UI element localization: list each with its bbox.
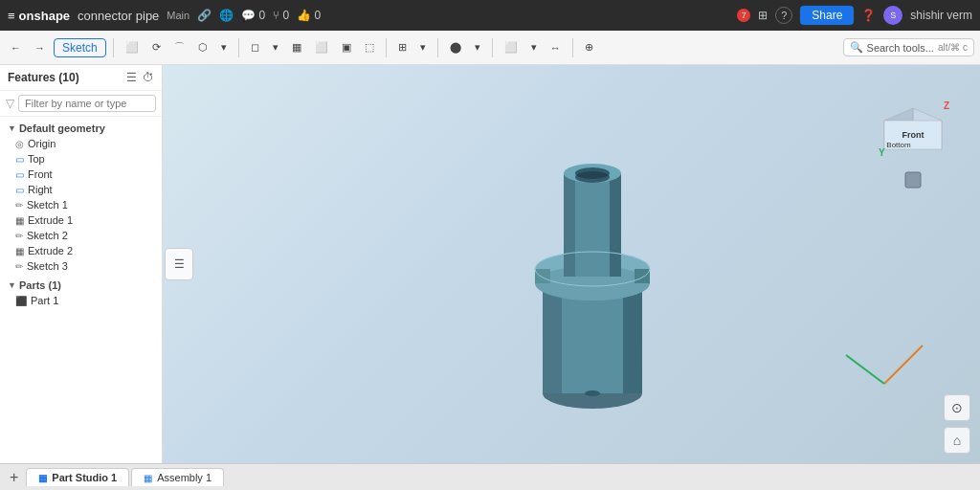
tree-section-label-default-geometry[interactable]: ▼ Default geometry [0, 121, 162, 136]
toolbar-icon-17[interactable]: ▾ [526, 38, 542, 56]
right-toolbar: ⊙ ⌂ [944, 394, 970, 454]
tree-section-parts: ▼ Parts (1) ⬛ Part 1 [0, 278, 162, 308]
tab-assembly[interactable]: ▦ Assembly 1 [131, 468, 224, 486]
filter-box: ▽ [0, 91, 162, 117]
grid-icon: ⊞ [758, 9, 768, 22]
mini-toolbar-list-icon[interactable]: ☰ [167, 253, 190, 276]
user-name: shishir verm [910, 9, 972, 22]
tree-item-sketch3[interactable]: ✏ Sketch 3 [0, 258, 162, 274]
right-label: Right [28, 184, 53, 195]
svg-point-14 [585, 390, 600, 396]
toolbar-icon-3[interactable]: ⌒ [169, 37, 189, 57]
globe-icon: 🌐 [219, 9, 234, 22]
toolbar-icon-8[interactable]: ▦ [287, 38, 306, 56]
search-icon: 🔍 [850, 41, 863, 54]
toolbar-icon-2[interactable]: ⟳ [147, 38, 166, 56]
sketch-icon-2: ✏ [15, 231, 23, 241]
part1-label: Part 1 [31, 295, 58, 306]
sketch1-label: Sketch 1 [27, 199, 68, 211]
tab-assembly-label: Assembly 1 [157, 472, 212, 483]
add-tab-button[interactable]: + [4, 469, 24, 486]
svg-rect-9 [564, 173, 575, 277]
tree-item-sketch2[interactable]: ✏ Sketch 2 [0, 228, 162, 243]
tree-item-front[interactable]: ▭ Front [0, 167, 162, 182]
sketch-button[interactable]: Sketch [54, 38, 106, 57]
search-shortcut: alt/⌘ c [938, 42, 968, 53]
redo-button[interactable]: → [30, 39, 50, 56]
fit-view-button[interactable]: ⊙ [944, 394, 970, 421]
tree-item-part1[interactable]: ⬛ Part 1 [0, 293, 162, 308]
svg-line-25 [846, 355, 884, 384]
plane-icon-right: ▭ [15, 185, 24, 195]
bottom-bar: + ▦ Part Studio 1 ▦ Assembly 1 [0, 463, 980, 490]
parts-section-title: Parts (1) [19, 279, 61, 291]
tree-item-extrude1[interactable]: ▦ Extrude 1 [0, 212, 162, 228]
toolbar-separator-4 [437, 38, 438, 57]
user-avatar: S [883, 6, 902, 25]
toolbar-icon-15[interactable]: ▾ [470, 38, 485, 56]
undo-button[interactable]: ← [6, 39, 26, 56]
svg-text:Z: Z [944, 100, 949, 111]
tree-item-origin[interactable]: ◎ Origin [0, 136, 162, 151]
filter-input[interactable] [18, 95, 156, 112]
left-mini-toolbar: ☰ [165, 248, 193, 280]
svg-line-24 [884, 345, 923, 384]
axis-lines-svg [836, 326, 932, 403]
connector-pipe-model [487, 135, 698, 422]
sidebar-filter-icon[interactable]: ☰ [126, 71, 137, 84]
extrude-icon-2: ▦ [15, 246, 24, 256]
viewport[interactable]: ☰ Front Bottom Z Y [163, 65, 980, 463]
orientation-cube[interactable]: Front Bottom Z Y [865, 94, 961, 209]
chevron-down-icon-parts: ▼ [8, 280, 16, 290]
toolbar-icon-16[interactable]: ⬜ [500, 38, 523, 56]
toolbar-separator-1 [113, 38, 114, 57]
comment-icon: 💬 0 [241, 9, 265, 22]
tree-item-top[interactable]: ▭ Top [0, 151, 162, 167]
tab-assembly-icon: ▦ [144, 473, 152, 483]
like-icon: 👍 0 [297, 9, 321, 22]
sidebar: Features (10) ☰ ⏱ ▽ ▼ Default geometry ◎… [0, 65, 163, 463]
home-view-button[interactable]: ⌂ [944, 427, 970, 454]
app-name: onshape [19, 9, 70, 23]
front-label: Front [28, 168, 53, 180]
toolbar-icon-4[interactable]: ⬡ [193, 38, 212, 56]
toolbar-separator-6 [572, 38, 573, 57]
share-button[interactable]: Share [800, 6, 854, 25]
help-docs-icon[interactable]: ❓ [861, 9, 876, 22]
toolbar-icon-14[interactable]: ⬤ [445, 38, 466, 56]
toolbar-icon-18[interactable]: ↔ [546, 39, 566, 56]
toolbar-icon-7[interactable]: ▾ [268, 38, 283, 56]
topbar-icons: 💬 0 ⑂ 0 👍 0 [241, 9, 321, 22]
search-tools-box[interactable]: 🔍 Search tools... alt/⌘ c [843, 38, 974, 56]
sidebar-settings-icon[interactable]: ⏱ [143, 71, 154, 84]
toolbar-icon-19[interactable]: ⊕ [580, 38, 598, 56]
top-label: Top [28, 153, 45, 165]
toolbar-icon-6[interactable]: ◻ [246, 38, 264, 56]
toolbar-icon-10[interactable]: ▣ [337, 38, 356, 56]
toolbar-icon-5[interactable]: ▾ [216, 38, 232, 56]
topbar-right: 7 ⊞ ? Share ❓ S shishir verm [737, 6, 972, 25]
hamburger-icon[interactable]: ≡ [8, 9, 15, 23]
document-title: connector pipe [78, 9, 159, 23]
branch-tag: Main [167, 10, 189, 21]
tree-section-label-parts[interactable]: ▼ Parts (1) [0, 278, 162, 293]
toolbar-icon-12[interactable]: ⊞ [393, 38, 412, 56]
extrude1-label: Extrude 1 [28, 214, 73, 226]
svg-text:Y: Y [879, 147, 885, 158]
tree-item-extrude2[interactable]: ▦ Extrude 2 [0, 243, 162, 258]
model-area [487, 135, 698, 422]
toolbar-icon-9[interactable]: ⬜ [310, 38, 333, 56]
tree-item-sketch1[interactable]: ✏ Sketch 1 [0, 197, 162, 212]
svg-rect-7 [635, 269, 650, 283]
help-icon[interactable]: ? [775, 7, 792, 24]
plane-icon-front: ▭ [15, 169, 24, 180]
tree-item-right[interactable]: ▭ Right [0, 182, 162, 197]
toolbar-icon-11[interactable]: ⬚ [360, 38, 379, 56]
tab-part-studio[interactable]: ▦ Part Studio 1 [26, 468, 129, 486]
toolbar-icon-13[interactable]: ▾ [415, 38, 431, 56]
svg-point-13 [575, 171, 610, 183]
toolbar-separator-3 [386, 38, 387, 57]
features-count-label: Features (10) [8, 71, 79, 84]
extrude2-label: Extrude 2 [28, 245, 73, 256]
toolbar-icon-1[interactable]: ⬜ [121, 38, 144, 56]
